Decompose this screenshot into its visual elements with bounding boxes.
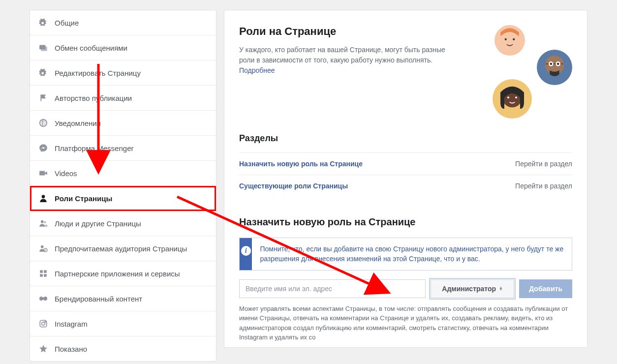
learn-more-link[interactable]: Подробнее <box>239 66 275 74</box>
sidebar-item-notifications[interactable]: Уведомления <box>30 111 216 136</box>
section-link-assign[interactable]: Назначить новую роль на Странице <box>239 160 363 168</box>
sidebar-item-messaging[interactable]: Обмен сообщениями <box>30 35 216 61</box>
flag-icon <box>39 93 48 102</box>
sidebar-item-label: Обмен сообщениями <box>55 44 127 52</box>
svg-point-9 <box>45 249 46 250</box>
svg-point-18 <box>505 38 507 40</box>
sidebar-item-label: Редактировать Страницу <box>55 69 141 77</box>
sidebar-item-instagram[interactable]: Instagram <box>30 311 216 336</box>
assign-title: Назначить новую роль на Странице <box>239 216 572 228</box>
svg-point-25 <box>557 62 559 65</box>
avatars-illustration <box>489 25 572 119</box>
info-text: Помните, что, если вы добавите на свою С… <box>252 238 572 270</box>
section-row-assign: Назначить новую роль на Странице Перейти… <box>239 152 572 175</box>
info-icon-wrap: i <box>240 238 252 270</box>
section-link-existing[interactable]: Существующие роли Страницы <box>239 182 348 190</box>
globe-icon <box>39 119 48 127</box>
sidebar-item-branded[interactable]: Брендированный контент <box>30 286 216 311</box>
svg-rect-10 <box>40 270 43 273</box>
sidebar-item-attribution[interactable]: Авторство публикации <box>30 86 216 111</box>
sidebar-item-label: Роли Страницы <box>55 194 112 203</box>
star-icon <box>39 344 48 353</box>
svg-point-28 <box>507 96 509 98</box>
sort-icon: ▲▼ <box>499 287 503 291</box>
info-box: i Помните, что, если вы добавите на свою… <box>239 238 572 271</box>
settings-sidebar: Общие Обмен сообщениями Редактировать Ст… <box>30 10 216 362</box>
avatar-1 <box>494 25 525 56</box>
person-icon <box>39 194 48 203</box>
svg-point-19 <box>513 38 515 40</box>
gear-icon <box>39 18 48 27</box>
sidebar-item-label: Предпочитаемая аудитория Страницы <box>55 244 187 253</box>
target-icon <box>39 244 48 253</box>
svg-rect-11 <box>44 270 47 273</box>
svg-rect-1 <box>41 47 47 51</box>
messenger-icon <box>39 144 48 152</box>
sidebar-item-messenger[interactable]: Платформа Messenger <box>30 136 216 161</box>
svg-point-24 <box>550 62 552 65</box>
header-text: Роли на Странице У каждого, кто работает… <box>239 25 479 119</box>
svg-rect-3 <box>39 171 45 176</box>
grid-icon <box>39 269 48 278</box>
role-select[interactable]: Администратор ▲▼ <box>431 279 514 298</box>
sidebar-item-label: Показано <box>55 345 87 353</box>
settings-container: Общие Обмен сообщениями Редактировать Ст… <box>0 0 617 364</box>
svg-point-15 <box>42 322 45 326</box>
sidebar-item-label: Videos <box>55 169 77 178</box>
sidebar-item-partner-apps[interactable]: Партнерские приложения и сервисы <box>30 261 216 286</box>
sidebar-item-label: Партнерские приложения и сервисы <box>55 270 180 278</box>
handshake-icon <box>39 294 48 303</box>
svg-point-21 <box>545 56 564 74</box>
assign-form: Администратор ▲▼ Добавить <box>239 279 572 298</box>
avatar-3 <box>493 79 532 119</box>
svg-point-6 <box>44 221 46 224</box>
sidebar-item-edit-page[interactable]: Редактировать Страницу <box>30 61 216 86</box>
avatar-2 <box>537 50 572 85</box>
svg-rect-13 <box>44 274 47 277</box>
svg-point-4 <box>42 195 45 198</box>
gear-icon <box>39 68 48 77</box>
goto-link[interactable]: Перейти в раздел <box>515 160 572 168</box>
svg-rect-12 <box>40 274 43 277</box>
people-icon <box>39 219 48 228</box>
sidebar-item-label: Люди и другие Страницы <box>55 219 141 228</box>
sidebar-item-label: Общие <box>55 19 79 27</box>
info-icon: i <box>241 246 251 256</box>
sidebar-item-label: Instagram <box>55 320 88 328</box>
instagram-icon <box>39 319 48 328</box>
sidebar-item-people[interactable]: Люди и другие Страницы <box>30 211 216 236</box>
sidebar-item-label: Брендированный контент <box>55 295 142 303</box>
svg-point-29 <box>515 96 517 98</box>
sidebar-item-audience[interactable]: Предпочитаемая аудитория Страницы <box>30 236 216 261</box>
sidebar-item-general[interactable]: Общие <box>30 10 216 35</box>
add-button[interactable]: Добавить <box>519 279 572 298</box>
name-input[interactable] <box>239 279 426 298</box>
video-icon <box>39 169 48 178</box>
page-description: У каждого, кто работает на вашей Страниц… <box>239 45 456 76</box>
svg-point-16 <box>45 321 46 322</box>
role-select-label: Администратор <box>442 285 496 293</box>
sidebar-item-label: Уведомления <box>55 119 101 127</box>
svg-point-7 <box>41 245 44 248</box>
section-row-existing: Существующие роли Страницы Перейти в раз… <box>239 175 572 197</box>
sidebar-item-featured[interactable]: Показано <box>30 336 216 361</box>
svg-point-5 <box>41 220 44 223</box>
main-panel: Роли на Странице У каждого, кто работает… <box>224 10 587 348</box>
messages-icon <box>39 43 48 52</box>
sidebar-item-label: Авторство публикации <box>55 94 132 102</box>
page-title: Роли на Странице <box>239 25 479 38</box>
sections-heading: Разделы <box>239 133 572 144</box>
main-header: Роли на Странице У каждого, кто работает… <box>239 25 572 119</box>
desc-text: У каждого, кто работает на вашей Страниц… <box>239 46 445 64</box>
sidebar-item-label: Платформа Messenger <box>55 144 133 152</box>
goto-link[interactable]: Перейти в раздел <box>515 182 572 190</box>
sidebar-item-page-roles[interactable]: Роли Страницы <box>30 186 216 211</box>
role-description: Может управлять всеми аспектами Страницы… <box>239 304 572 342</box>
assign-section: Назначить новую роль на Странице i Помни… <box>239 216 572 342</box>
sidebar-item-videos[interactable]: Videos <box>30 161 216 186</box>
